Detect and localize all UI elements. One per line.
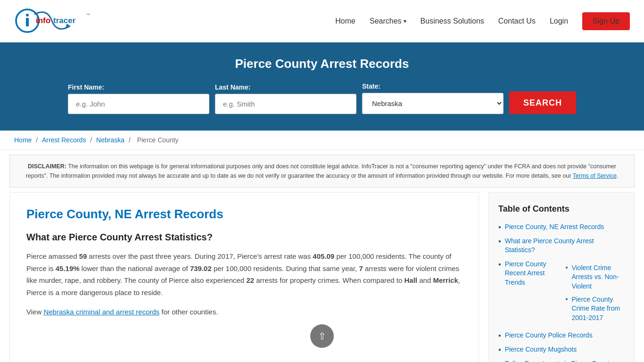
state-group: State: Nebraska Alabama Alaska Arizona C… xyxy=(362,82,504,114)
toc-link[interactable]: Pierce County, NE Arrest Records xyxy=(505,222,604,232)
svg-rect-2 xyxy=(26,18,29,26)
toc-link[interactable]: What are Pierce County Arrest Statistics… xyxy=(505,237,625,255)
breadcrumb-nebraska[interactable]: Nebraska xyxy=(96,136,124,144)
breadcrumb-sep1: / xyxy=(36,136,40,144)
main-nav: Home Searches ▾ Business Solutions Conta… xyxy=(335,12,630,30)
toc-list: Pierce County, NE Arrest RecordsWhat are… xyxy=(498,222,625,362)
svg-text:info: info xyxy=(36,16,50,25)
breadcrumb-arrest-records[interactable]: Arrest Records xyxy=(42,136,86,144)
disclaimer-box: DISCLAIMER: The information on this webp… xyxy=(9,155,635,188)
last-name-input[interactable] xyxy=(215,94,356,114)
state-select[interactable]: Nebraska Alabama Alaska Arizona Californ… xyxy=(362,93,504,114)
lower-pct: 45.19% xyxy=(56,264,80,272)
toc-item: What are Pierce County Arrest Statistics… xyxy=(498,237,625,255)
toc-item: Pierce County Recent Arrest TrendsViolen… xyxy=(498,260,625,327)
chevron-down-icon: ▾ xyxy=(404,18,406,25)
article-paragraph-2: View Nebraska criminal and arrest record… xyxy=(26,306,462,318)
table-of-contents: Table of Contents Pierce County, NE Arre… xyxy=(488,192,635,362)
site-header: info tracer ™ Home Searches ▾ Business S… xyxy=(0,0,644,42)
tos-link[interactable]: Terms of Service xyxy=(573,173,617,179)
disclaimer-label: DISCLAIMER: xyxy=(28,163,66,170)
toc-link[interactable]: Police Departments in Pierce County xyxy=(505,359,613,362)
toc-link[interactable]: Pierce County Mugshots xyxy=(505,345,577,354)
disclaimer-text: The information on this webpage is for g… xyxy=(26,163,616,179)
toc-item: Pierce County, NE Arrest Records xyxy=(498,222,625,232)
toc-item: Police Departments in Pierce County xyxy=(498,359,625,362)
breadcrumb: Home / Arrest Records / Nebraska / Pierc… xyxy=(0,131,644,150)
breadcrumb-pierce-county: Pierce County xyxy=(137,136,179,144)
signup-button[interactable]: Sign Up xyxy=(582,12,630,30)
article-content: Pierce County, NE Arrest Records What ar… xyxy=(9,192,479,362)
breadcrumb-home[interactable]: Home xyxy=(14,136,32,144)
svg-text:tracer: tracer xyxy=(53,16,76,25)
toc-item: Pierce County Mugshots xyxy=(498,345,625,354)
article-heading: Pierce County, NE Arrest Records xyxy=(26,207,462,222)
first-name-input[interactable] xyxy=(68,94,209,114)
breadcrumb-sep3: / xyxy=(129,136,132,144)
toc-subitem: Violent Crime Arrests vs. Non-Violent xyxy=(565,263,625,291)
nav-business-solutions[interactable]: Business Solutions xyxy=(421,17,484,25)
search-button[interactable]: SEARCH xyxy=(509,91,576,114)
logo-area: info tracer ™ xyxy=(14,6,94,36)
violent-count: 7 xyxy=(359,264,363,272)
logo-icon: info tracer ™ xyxy=(14,6,94,36)
property-count: 22 xyxy=(246,276,254,284)
arrests-count: 59 xyxy=(79,252,87,260)
toc-item: Pierce County Police Records xyxy=(498,331,625,340)
toc-sublink[interactable]: Pierce County Crime Rate from 2001-2017 xyxy=(571,295,625,323)
last-name-group: Last Name: xyxy=(215,83,356,114)
search-form: First Name: Last Name: State: Nebraska A… xyxy=(39,82,605,114)
toc-link[interactable]: Pierce County Recent Arrest Trends xyxy=(505,260,553,288)
article-subheading: What are Pierce County Arrest Statistics… xyxy=(26,232,462,243)
toc-sublink[interactable]: Violent Crime Arrests vs. Non-Violent xyxy=(571,263,625,291)
nav-home[interactable]: Home xyxy=(335,17,355,25)
toc-title: Table of Contents xyxy=(498,204,625,214)
toc-link[interactable]: Pierce County Police Records xyxy=(505,331,593,340)
svg-text:™: ™ xyxy=(86,13,90,17)
first-name-label: First Name: xyxy=(68,83,209,91)
heading-highlight: Pierce xyxy=(26,207,63,221)
nav-contact-us[interactable]: Contact Us xyxy=(498,17,536,25)
county1-name: Hall xyxy=(405,276,418,284)
first-name-group: First Name: xyxy=(68,83,209,114)
hero-section: Pierce County Arrest Records First Name:… xyxy=(0,42,644,131)
disclaimer-period: . xyxy=(617,173,618,179)
nebraska-link[interactable]: Nebraska criminal and arrest records xyxy=(43,308,159,316)
last-name-label: Last Name: xyxy=(215,83,356,91)
scroll-top-button[interactable]: ⇧ xyxy=(310,324,334,348)
svg-point-1 xyxy=(26,14,29,16)
heading-rest: County, NE Arrest Records xyxy=(63,207,223,221)
national-avg: 739.02 xyxy=(190,264,212,272)
nav-searches[interactable]: Searches ▾ xyxy=(370,17,406,25)
hero-title: Pierce County Arrest Records xyxy=(9,57,635,71)
toc-subitem: Pierce County Crime Rate from 2001-2017 xyxy=(565,295,625,323)
breadcrumb-sep2: / xyxy=(90,136,94,144)
state-label: State: xyxy=(362,82,504,90)
login-button[interactable]: Login xyxy=(550,17,568,25)
county2-name: Merrick xyxy=(433,276,458,284)
article-paragraph-1: Pierce amassed 59 arrests over the past … xyxy=(26,250,462,298)
arrest-rate: 405.09 xyxy=(313,252,334,260)
